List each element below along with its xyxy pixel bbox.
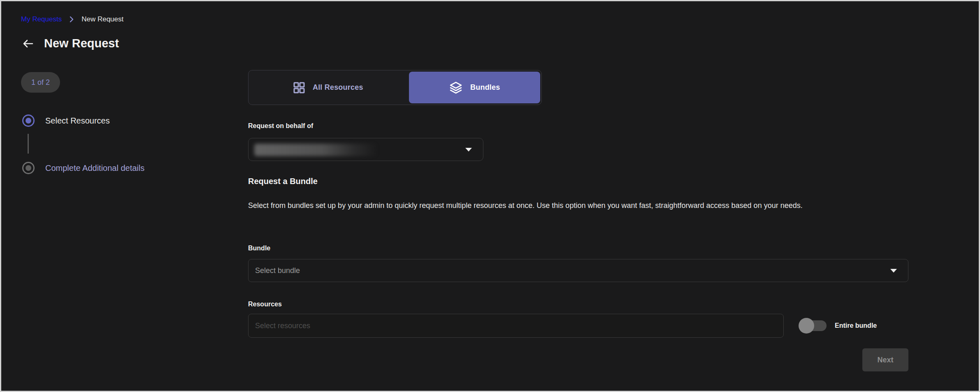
- resources-input[interactable]: [248, 314, 784, 338]
- layers-icon: [449, 81, 463, 94]
- chevron-right-icon: [68, 16, 75, 23]
- breadcrumb-current: New Request: [81, 15, 123, 23]
- next-button[interactable]: Next: [862, 348, 908, 371]
- resources-row: Entire bundle: [248, 314, 908, 338]
- caret-down-icon: [465, 147, 472, 152]
- breadcrumb: My Requests New Request: [21, 15, 123, 23]
- title-row: New Request: [22, 37, 119, 50]
- section-title: Request a Bundle: [248, 177, 318, 186]
- step-label: Select Resources: [45, 116, 110, 126]
- tab-label: Bundles: [470, 83, 500, 92]
- behalf-select[interactable]: [248, 138, 483, 161]
- entire-bundle-toggle[interactable]: [801, 320, 827, 331]
- entire-bundle-toggle-group: Entire bundle: [801, 320, 877, 331]
- breadcrumb-link-my-requests[interactable]: My Requests: [21, 15, 62, 23]
- bundle-label: Bundle: [248, 245, 270, 252]
- behalf-label: Request on behalf of: [248, 122, 313, 130]
- tab-all-resources[interactable]: All Resources: [248, 70, 408, 105]
- tab-label: All Resources: [313, 83, 363, 92]
- resource-type-tabs: All Resources Bundles: [248, 70, 542, 105]
- page-title: New Request: [44, 37, 119, 50]
- stepper-step-additional-details[interactable]: Complete Additional details: [22, 162, 144, 174]
- new-request-page: My Requests New Request New Request 1 of…: [0, 0, 980, 392]
- caret-down-icon: [890, 268, 897, 273]
- redacted-value: [254, 144, 378, 156]
- toggle-knob: [799, 318, 814, 334]
- radio-unselected-icon: [22, 162, 35, 174]
- grid-icon: [293, 82, 305, 94]
- bundle-placeholder: Select bundle: [248, 266, 300, 275]
- resources-label: Resources: [248, 301, 282, 308]
- step-label: Complete Additional details: [45, 163, 144, 173]
- step-connector-line: [28, 134, 29, 154]
- step-progress-badge: 1 of 2: [21, 72, 60, 93]
- tab-bundles[interactable]: Bundles: [409, 72, 540, 103]
- bundle-select[interactable]: Select bundle: [248, 259, 908, 282]
- radio-selected-icon: [22, 114, 35, 127]
- section-description: Select from bundles set up by your admin…: [248, 198, 893, 213]
- back-arrow-icon[interactable]: [22, 37, 34, 50]
- entire-bundle-label: Entire bundle: [835, 322, 877, 329]
- stepper-step-select-resources[interactable]: Select Resources: [22, 114, 110, 127]
- main-content: All Resources Bundles Request on behalf …: [248, 1, 908, 392]
